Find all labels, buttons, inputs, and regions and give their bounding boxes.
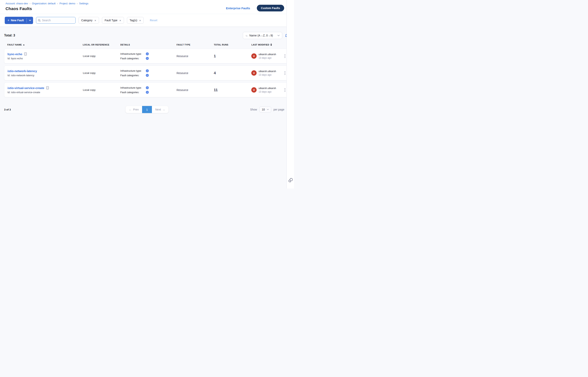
breadcrumb: Account: chaos-dev › Organization: defau… xyxy=(6,2,88,5)
column-total-runs: Total Runs xyxy=(214,44,251,46)
page-size-control: Show 10 per page xyxy=(250,106,284,112)
details-cell: Infrastructure type: Fault categories: xyxy=(120,52,177,60)
last-modified-cell: U utkarsh.utkarsh 13 days ago xyxy=(251,87,283,93)
page-summary: 3 of 3 xyxy=(4,108,125,111)
details-cell: Infrastructure type: Fault categories: xyxy=(120,86,177,94)
fault-name-link[interactable]: istio-virtual-service-create xyxy=(8,86,44,90)
custom-faults-button[interactable]: Custom Faults xyxy=(257,5,284,12)
fault-type-filter[interactable]: Fault Type × xyxy=(102,17,124,24)
per-page-label: per page xyxy=(273,108,284,111)
column-fault-name[interactable]: Fault Name xyxy=(7,44,83,46)
table-row[interactable]: byoc-echo Id: byoc-echo Local copy Infra… xyxy=(4,49,290,63)
column-label: Local or Reference xyxy=(83,44,109,46)
column-last-modified[interactable]: Last Modified xyxy=(251,44,283,46)
chevron-down-icon xyxy=(267,109,269,110)
modified-time: 13 days ago xyxy=(259,57,276,59)
fault-name-cell: istio-network-latency Id: istio-network-… xyxy=(8,69,83,77)
breadcrumb-account[interactable]: Account: chaos-dev xyxy=(6,2,28,5)
sort-asc-icon xyxy=(23,44,25,45)
kubernetes-icon xyxy=(146,52,149,56)
plus-icon: + xyxy=(8,18,10,22)
breadcrumb-project[interactable]: Project: demo xyxy=(59,2,75,5)
column-details: Details xyxy=(120,44,177,46)
sort-value: Name (A→Z, 0→9) xyxy=(249,34,273,37)
next-page-button[interactable]: Next → xyxy=(152,106,169,113)
list-header: Total: 3 ↑↓ Name (A→Z, 0→9) xyxy=(4,32,290,39)
fault-categories-label: Fault categories: xyxy=(120,74,144,77)
category-filter[interactable]: Category × xyxy=(79,17,99,24)
modified-by: utkarsh.utkarsh xyxy=(259,70,276,73)
reset-filters-button[interactable]: Reset xyxy=(150,19,157,22)
avatar: U xyxy=(251,87,257,93)
close-icon[interactable]: × xyxy=(119,19,121,22)
modified-time: 13 days ago xyxy=(259,73,276,76)
arrow-right-icon: → xyxy=(162,108,165,111)
copy-icon[interactable] xyxy=(46,86,49,89)
fault-type-filter-label: Fault Type xyxy=(105,19,117,22)
prev-page-button[interactable]: ← Prev xyxy=(125,106,142,113)
new-fault-dropdown-toggle[interactable] xyxy=(27,17,33,24)
close-icon[interactable]: × xyxy=(94,19,96,22)
kubernetes-icon xyxy=(146,69,149,72)
pager: ← Prev 1 Next → xyxy=(125,106,169,113)
column-local-or-reference: Local or Reference xyxy=(83,44,120,46)
fault-type-cell: Resource xyxy=(177,55,214,58)
feedback-chat-icon[interactable] xyxy=(287,177,294,183)
fault-type-cell: Resource xyxy=(177,88,214,92)
fault-categories-label: Fault categories: xyxy=(120,91,144,94)
fault-name-cell: byoc-echo Id: byoc-echo xyxy=(8,52,83,60)
page-title: Chaos Faults xyxy=(6,6,88,11)
sort-dropdown[interactable]: ↑↓ Name (A→Z, 0→9) xyxy=(243,32,282,39)
search-input[interactable] xyxy=(42,19,74,22)
faults-list-section: Total: 3 ↑↓ Name (A→Z, 0→9) Fault Name L… xyxy=(0,32,294,113)
infrastructure-type-label: Infrastructure type: xyxy=(120,86,144,89)
page-header: Account: chaos-dev › Organization: defau… xyxy=(0,0,294,14)
tags-filter-label: Tag(s) xyxy=(130,19,137,22)
kubernetes-icon xyxy=(146,86,149,89)
avatar: U xyxy=(251,53,257,59)
breadcrumb-settings[interactable]: Settings xyxy=(79,2,88,5)
details-cell: Infrastructure type: Fault categories: xyxy=(120,69,177,77)
enterprise-faults-link[interactable]: Enterprise Faults xyxy=(226,7,250,10)
fault-id: Id: istio-network-latency xyxy=(8,74,83,77)
modified-by: utkarsh.utkarsh xyxy=(259,87,276,90)
list-header-controls: ↑↓ Name (A→Z, 0→9) xyxy=(243,32,289,39)
infrastructure-type-label: Infrastructure type: xyxy=(120,52,144,55)
new-fault-button[interactable]: + New Fault xyxy=(5,17,27,24)
last-modified-cell: U utkarsh.utkarsh 13 days ago xyxy=(251,53,283,59)
infrastructure-type-label: Infrastructure type: xyxy=(120,69,144,72)
search-box xyxy=(36,17,76,24)
page-size-value: 10 xyxy=(262,108,265,111)
fault-categories-label: Fault categories: xyxy=(120,57,144,60)
table-row[interactable]: istio-virtual-service-create Id: istio-v… xyxy=(4,82,290,97)
local-or-reference-cell: Local copy xyxy=(83,71,120,74)
next-label: Next xyxy=(155,108,161,111)
fault-name-link[interactable]: byoc-echo xyxy=(8,52,22,56)
total-count: Total: 3 xyxy=(4,34,15,37)
page-number-button[interactable]: 1 xyxy=(142,106,152,113)
page-size-select[interactable]: 10 xyxy=(259,106,271,112)
pagination-bar: 3 of 3 ← Prev 1 Next → Show 10 per page xyxy=(4,106,290,113)
right-gutter xyxy=(286,0,294,188)
category-filter-label: Category xyxy=(81,19,92,22)
local-or-reference-cell: Local copy xyxy=(83,88,120,91)
fault-id: Id: istio-virtual-service-create xyxy=(8,91,83,94)
table-row[interactable]: istio-network-latency Id: istio-network-… xyxy=(4,66,290,80)
chevron-down-icon xyxy=(277,35,280,36)
total-runs-cell: 1 xyxy=(214,54,251,58)
sort-arrows-icon: ↑↓ xyxy=(245,34,247,37)
table-header-row: Fault Name Local or Reference Details Fa… xyxy=(4,42,290,47)
column-label: Total Runs xyxy=(214,44,228,46)
copy-icon[interactable] xyxy=(24,52,27,56)
breadcrumb-separator: › xyxy=(77,2,78,5)
sort-both-icon xyxy=(270,44,272,46)
chevron-down-icon xyxy=(29,20,31,21)
fault-name-link[interactable]: istio-network-latency xyxy=(8,69,37,73)
new-fault-split-button: + New Fault xyxy=(5,17,33,24)
tags-filter[interactable]: Tag(s) × xyxy=(127,17,144,24)
toolbar: + New Fault Category × Fault Type × Tag(… xyxy=(0,14,294,27)
total-runs-cell: 11 xyxy=(214,88,251,92)
close-icon[interactable]: × xyxy=(139,19,141,22)
column-label: Details xyxy=(120,44,130,46)
breadcrumb-organization[interactable]: Organization: default xyxy=(32,2,56,5)
